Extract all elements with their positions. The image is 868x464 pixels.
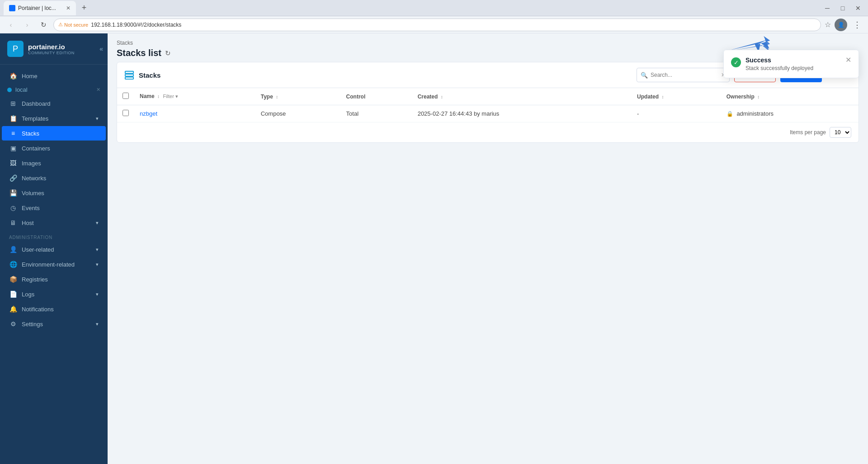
browser-menu-button[interactable]: ⋮ — [851, 20, 863, 30]
sidebar-item-settings[interactable]: ⚙ Settings ▾ — [2, 317, 106, 331]
sidebar-collapse-button[interactable]: « — [99, 45, 103, 52]
sidebar-item-notifications[interactable]: 🔔 Notifications — [2, 302, 106, 316]
sidebar-item-label: Environment-related — [22, 261, 75, 268]
chevron-down-icon: ▾ — [96, 291, 99, 297]
sidebar-item-events[interactable]: ◷ Events — [2, 201, 106, 215]
logo-icon: P — [7, 41, 24, 57]
logo-edition: COMMUNITY EDITION — [28, 51, 75, 55]
sidebar-navigation: 🏠 Home local ✕ ⊞ Dashboard 📋 Templates ▾… — [0, 65, 108, 464]
sort-type-icon[interactable]: ↕ — [276, 94, 278, 99]
sidebar-item-label: Events — [22, 205, 40, 211]
search-box[interactable]: 🔍 ✕ — [637, 68, 730, 82]
tab-title: Portainer | loc... — [18, 5, 56, 11]
sidebar-logo: P portainer.io COMMUNITY EDITION « — [0, 33, 108, 65]
maximize-button[interactable]: □ — [836, 2, 849, 14]
table-row: nzbget Compose Total 2025-02-27 16:44:43… — [117, 105, 859, 122]
profile-button[interactable]: 👤 — [835, 19, 847, 31]
forward-button[interactable]: › — [21, 19, 33, 31]
new-tab-button[interactable]: + — [78, 2, 90, 14]
table-body: nzbget Compose Total 2025-02-27 16:44:43… — [117, 105, 859, 122]
col-updated: Updated ↕ — [632, 88, 721, 105]
sidebar-item-label: Networks — [22, 175, 46, 182]
sidebar-item-dashboard[interactable]: ⊞ Dashboard — [2, 96, 106, 111]
table-header-row: Name ↕ Filter ▾ Type ↕ Control Created — [117, 88, 859, 105]
col-control: Control — [341, 88, 412, 105]
logo-text: portainer.io COMMUNITY EDITION — [28, 43, 75, 55]
toast-title: Success — [745, 56, 841, 64]
stack-name-link[interactable]: nzbget — [140, 110, 157, 117]
row-ownership: 🔒 administrators — [721, 105, 859, 122]
minimize-button[interactable]: ─ — [821, 2, 834, 14]
warning-icon: ⚠ — [58, 22, 63, 28]
sidebar-item-label: User-related — [22, 246, 54, 253]
sidebar-item-registries[interactable]: 📦 Registries — [2, 272, 106, 286]
sidebar-item-volumes[interactable]: 💾 Volumes — [2, 186, 106, 200]
logo-name: portainer.io — [28, 43, 75, 51]
networks-icon: 🔗 — [9, 174, 17, 182]
svg-rect-1 — [125, 74, 133, 76]
ownership-icon: 🔒 — [726, 111, 733, 117]
col-updated-label: Updated — [637, 94, 659, 100]
bookmark-button[interactable]: ☆ — [825, 20, 831, 29]
stacks-card-icon — [124, 70, 134, 80]
sidebar-local-env[interactable]: local ✕ — [0, 84, 108, 96]
sort-created-icon[interactable]: ↕ — [441, 94, 443, 99]
back-button[interactable]: ‹ — [5, 19, 17, 31]
environment-icon: 🌐 — [9, 261, 17, 268]
sidebar-item-logs[interactable]: 📄 Logs ▾ — [2, 287, 106, 301]
active-tab[interactable]: Portainer | loc... ✕ — [4, 1, 76, 15]
col-type: Type ↕ — [255, 88, 341, 105]
address-bar-row: ‹ › ↻ ⚠ Not secure 192.168.1.18:9000/#!/… — [0, 16, 868, 33]
sidebar-item-label: Settings — [22, 321, 43, 328]
logs-icon: 📄 — [9, 291, 17, 298]
chevron-down-icon: ▾ — [96, 116, 99, 122]
sidebar-item-containers[interactable]: ▣ Containers — [2, 141, 106, 155]
chevron-down-icon: ▾ — [96, 321, 99, 327]
sidebar-item-stacks[interactable]: ≡ Stacks — [2, 126, 106, 141]
search-input[interactable] — [651, 72, 718, 78]
tab-close-button[interactable]: ✕ — [66, 5, 71, 11]
col-type-label: Type — [261, 94, 273, 100]
images-icon: 🖼 — [9, 159, 17, 167]
sidebar-item-host[interactable]: 🖥 Host ▾ — [2, 216, 106, 230]
sidebar-item-label: Containers — [22, 145, 50, 152]
select-all-checkbox[interactable] — [123, 93, 129, 99]
toast-close-button[interactable]: ✕ — [845, 56, 851, 64]
sidebar-item-environment-related[interactable]: 🌐 Environment-related ▾ — [2, 257, 106, 272]
sort-name-icon[interactable]: ↕ — [157, 94, 160, 99]
sort-updated-icon[interactable]: ↕ — [661, 94, 664, 99]
row-checkbox[interactable] — [123, 110, 129, 116]
reload-button[interactable]: ↻ — [37, 19, 50, 31]
address-bar[interactable]: ⚠ Not secure 192.168.1.18:9000/#!/2/dock… — [53, 19, 821, 31]
sidebar-item-networks[interactable]: 🔗 Networks — [2, 171, 106, 185]
sort-ownership-icon[interactable]: ↕ — [757, 94, 760, 99]
local-close-icon[interactable]: ✕ — [96, 87, 100, 93]
col-control-label: Control — [346, 94, 366, 100]
items-per-page-select[interactable]: 10 25 50 — [830, 127, 851, 138]
main-content: Stacks Stacks list ↻ Stacks 🔍 — [108, 33, 868, 464]
admin-section-label: Administration — [0, 230, 108, 242]
host-icon: 🖥 — [9, 219, 17, 226]
row-type: Compose — [255, 105, 341, 122]
local-status-dot — [7, 88, 12, 92]
chevron-down-icon: ▾ — [96, 220, 99, 226]
sidebar-item-label: Host — [22, 220, 34, 226]
col-name-label: Name — [140, 93, 155, 99]
filter-button[interactable]: Filter ▾ — [161, 93, 180, 100]
sidebar-item-templates[interactable]: 📋 Templates ▾ — [2, 111, 106, 126]
svg-rect-0 — [125, 71, 133, 74]
toast-message: Stack successfully deployed — [745, 65, 841, 71]
select-all-cell — [117, 88, 134, 105]
volumes-icon: 💾 — [9, 189, 17, 197]
not-secure-label: Not secure — [64, 22, 88, 28]
close-button[interactable]: ✕ — [852, 2, 864, 14]
card-title: Stacks — [139, 71, 632, 79]
sidebar-item-user-related[interactable]: 👤 User-related ▾ — [2, 242, 106, 257]
local-label: local — [15, 86, 28, 93]
sidebar-item-label: Images — [22, 160, 41, 167]
sidebar-item-images[interactable]: 🖼 Images — [2, 156, 106, 170]
refresh-button[interactable]: ↻ — [165, 49, 171, 57]
page-title: Stacks list — [117, 48, 161, 58]
sidebar-item-label: Registries — [22, 276, 48, 283]
sidebar-item-home[interactable]: 🏠 Home — [2, 69, 106, 83]
